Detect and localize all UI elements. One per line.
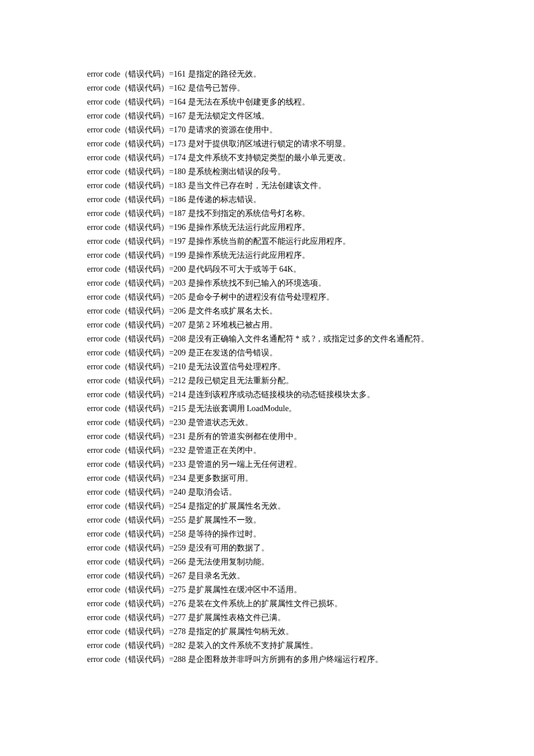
error-code-line: error code（错误代码）=277 是扩展属性表格文件已满。 [87, 611, 447, 625]
error-code-text: error code（错误代码）=277 是扩展属性表格文件已满。 [87, 613, 286, 622]
error-code-line: error code（错误代码）=214 是连到该程序或动态链接模块的动态链接模… [87, 388, 447, 402]
error-code-text: error code（错误代码）=210 是无法设置信号处理程序。 [87, 362, 286, 371]
error-code-text: error code（错误代码）=240 是取消会话。 [87, 488, 237, 496]
error-code-text: error code（错误代码）=167 是无法锁定文件区域。 [87, 111, 269, 120]
error-code-text: error code（错误代码）=197 是操作系统当前的配置不能运行此应用程序… [87, 237, 351, 246]
error-code-text: error code（错误代码）=278 是指定的扩展属性句柄无效。 [87, 627, 294, 636]
error-code-line: error code（错误代码）=278 是指定的扩展属性句柄无效。 [87, 625, 447, 639]
error-code-line: error code（错误代码）=196 是操作系统无法运行此应用程序。 [87, 221, 447, 235]
error-code-text: error code（错误代码）=266 是无法使用复制功能。 [87, 557, 269, 566]
error-code-line: error code（错误代码）=267 是目录名无效。 [87, 569, 447, 583]
error-code-text: error code（错误代码）=164 是无法在系统中创建更多的线程。 [87, 98, 310, 106]
error-code-text: error code（错误代码）=212 是段已锁定且无法重新分配。 [87, 376, 294, 385]
error-code-line: error code（错误代码）=183 是当文件已存在时，无法创建该文件。 [87, 179, 447, 193]
error-code-text: error code（错误代码）=206 是文件名或扩展名太长。 [87, 307, 277, 315]
error-code-line: error code（错误代码）=254 是指定的扩展属性名无效。 [87, 499, 447, 513]
error-code-text: error code（错误代码）=232 是管道正在关闭中。 [87, 446, 261, 455]
error-code-text: error code（错误代码）=209 是正在发送的信号错误。 [87, 348, 277, 357]
error-code-line: error code（错误代码）=232 是管道正在关闭中。 [87, 444, 447, 458]
error-code-line: error code（错误代码）=212 是段已锁定且无法重新分配。 [87, 374, 447, 388]
error-code-text: error code（错误代码）=254 是指定的扩展属性名无效。 [87, 502, 286, 510]
error-code-line: error code（错误代码）=180 是系统检测出错误的段号。 [87, 165, 447, 179]
error-code-line: error code（错误代码）=197 是操作系统当前的配置不能运行此应用程序… [87, 235, 447, 249]
error-code-text: error code（错误代码）=196 是操作系统无法运行此应用程序。 [87, 223, 310, 232]
error-code-text: error code（错误代码）=282 是装入的文件系统不支持扩展属性。 [87, 641, 318, 650]
error-code-text: error code（错误代码）=162 是信号已暂停。 [87, 84, 245, 92]
error-code-line: error code（错误代码）=230 是管道状态无效。 [87, 416, 447, 430]
error-code-text: error code（错误代码）=233 是管道的另一端上无任何进程。 [87, 460, 302, 469]
error-code-text: error code（错误代码）=208 是没有正确输入文件名通配符 * 或 ?… [87, 334, 429, 343]
error-code-text: error code（错误代码）=234 是更多数据可用。 [87, 474, 253, 483]
error-code-line: error code（错误代码）=164 是无法在系统中创建更多的线程。 [87, 95, 447, 109]
error-code-text: error code（错误代码）=180 是系统检测出错误的段号。 [87, 167, 286, 176]
error-code-line: error code（错误代码）=231 是所有的管道实例都在使用中。 [87, 430, 447, 444]
error-code-text: error code（错误代码）=258 是等待的操作过时。 [87, 530, 261, 538]
error-code-line: error code（错误代码）=205 是命令子树中的进程没有信号处理程序。 [87, 290, 447, 304]
error-code-line: error code（错误代码）=170 是请求的资源在使用中。 [87, 123, 447, 137]
error-code-line: error code（错误代码）=282 是装入的文件系统不支持扩展属性。 [87, 639, 447, 653]
error-code-line: error code（错误代码）=161 是指定的路径无效。 [87, 67, 447, 81]
error-code-text: error code（错误代码）=214 是连到该程序或动态链接模块的动态链接模… [87, 390, 375, 399]
error-code-line: error code（错误代码）=203 是操作系统找不到已输入的环境选项。 [87, 276, 447, 290]
error-code-line: error code（错误代码）=207 是第 2 环堆栈已被占用。 [87, 318, 447, 332]
error-code-line: error code（错误代码）=288 是企图释放并非呼叫方所拥有的多用户终端… [87, 653, 447, 667]
error-code-line: error code（错误代码）=167 是无法锁定文件区域。 [87, 109, 447, 123]
error-code-line: error code（错误代码）=206 是文件名或扩展名太长。 [87, 304, 447, 318]
error-code-text: error code（错误代码）=275 是扩展属性在缓冲区中不适用。 [87, 585, 302, 594]
error-code-text: error code（错误代码）=259 是没有可用的数据了。 [87, 543, 269, 552]
error-code-line: error code（错误代码）=199 是操作系统无法运行此应用程序。 [87, 249, 447, 262]
error-code-text: error code（错误代码）=200 是代码段不可大于或等于 64K。 [87, 265, 301, 273]
error-code-list: error code（错误代码）=161 是指定的路径无效。error code… [87, 67, 447, 667]
error-code-text: error code（错误代码）=174 是文件系统不支持锁定类型的最小单元更改… [87, 153, 351, 162]
error-code-line: error code（错误代码）=234 是更多数据可用。 [87, 471, 447, 485]
error-code-line: error code（错误代码）=275 是扩展属性在缓冲区中不适用。 [87, 583, 447, 597]
error-code-line: error code（错误代码）=174 是文件系统不支持锁定类型的最小单元更改… [87, 151, 447, 165]
error-code-text: error code（错误代码）=199 是操作系统无法运行此应用程序。 [87, 251, 310, 260]
error-code-line: error code（错误代码）=258 是等待的操作过时。 [87, 527, 447, 541]
error-code-line: error code（错误代码）=276 是装在文件系统上的扩展属性文件已损坏。 [87, 597, 447, 611]
error-code-line: error code（错误代码）=233 是管道的另一端上无任何进程。 [87, 458, 447, 471]
error-code-text: error code（错误代码）=255 是扩展属性不一致。 [87, 516, 261, 524]
error-code-line: error code（错误代码）=173 是对于提供取消区域进行锁定的请求不明显… [87, 137, 447, 151]
error-code-text: error code（错误代码）=170 是请求的资源在使用中。 [87, 125, 277, 134]
error-code-line: error code（错误代码）=240 是取消会话。 [87, 485, 447, 499]
error-code-text: error code（错误代码）=267 是目录名无效。 [87, 571, 245, 580]
error-code-line: error code（错误代码）=210 是无法设置信号处理程序。 [87, 360, 447, 374]
error-code-text: error code（错误代码）=203 是操作系统找不到已输入的环境选项。 [87, 279, 326, 287]
error-code-line: error code（错误代码）=266 是无法使用复制功能。 [87, 555, 447, 569]
error-code-text: error code（错误代码）=230 是管道状态无效。 [87, 418, 253, 427]
error-code-line: error code（错误代码）=255 是扩展属性不一致。 [87, 513, 447, 527]
error-code-line: error code（错误代码）=162 是信号已暂停。 [87, 81, 447, 95]
error-code-text: error code（错误代码）=215 是无法嵌套调用 LoadModule。 [87, 404, 297, 413]
error-code-text: error code（错误代码）=207 是第 2 环堆栈已被占用。 [87, 321, 277, 329]
error-code-text: error code（错误代码）=187 是找不到指定的系统信号灯名称。 [87, 209, 310, 218]
error-code-line: error code（错误代码）=215 是无法嵌套调用 LoadModule。 [87, 402, 447, 416]
error-code-line: error code（错误代码）=187 是找不到指定的系统信号灯名称。 [87, 207, 447, 221]
error-code-line: error code（错误代码）=208 是没有正确输入文件名通配符 * 或 ?… [87, 332, 447, 346]
error-code-text: error code（错误代码）=288 是企图释放并非呼叫方所拥有的多用户终端… [87, 655, 383, 664]
error-code-text: error code（错误代码）=205 是命令子树中的进程没有信号处理程序。 [87, 293, 334, 301]
error-code-text: error code（错误代码）=231 是所有的管道实例都在使用中。 [87, 432, 302, 441]
error-code-line: error code（错误代码）=259 是没有可用的数据了。 [87, 541, 447, 555]
error-code-line: error code（错误代码）=186 是传递的标志错误。 [87, 193, 447, 207]
error-code-text: error code（错误代码）=161 是指定的路径无效。 [87, 70, 261, 78]
error-code-text: error code（错误代码）=276 是装在文件系统上的扩展属性文件已损坏。 [87, 599, 342, 608]
error-code-text: error code（错误代码）=183 是当文件已存在时，无法创建该文件。 [87, 181, 326, 190]
error-code-line: error code（错误代码）=209 是正在发送的信号错误。 [87, 346, 447, 360]
error-code-text: error code（错误代码）=186 是传递的标志错误。 [87, 195, 261, 204]
error-code-line: error code（错误代码）=200 是代码段不可大于或等于 64K。 [87, 262, 447, 276]
error-code-text: error code（错误代码）=173 是对于提供取消区域进行锁定的请求不明显… [87, 139, 351, 148]
